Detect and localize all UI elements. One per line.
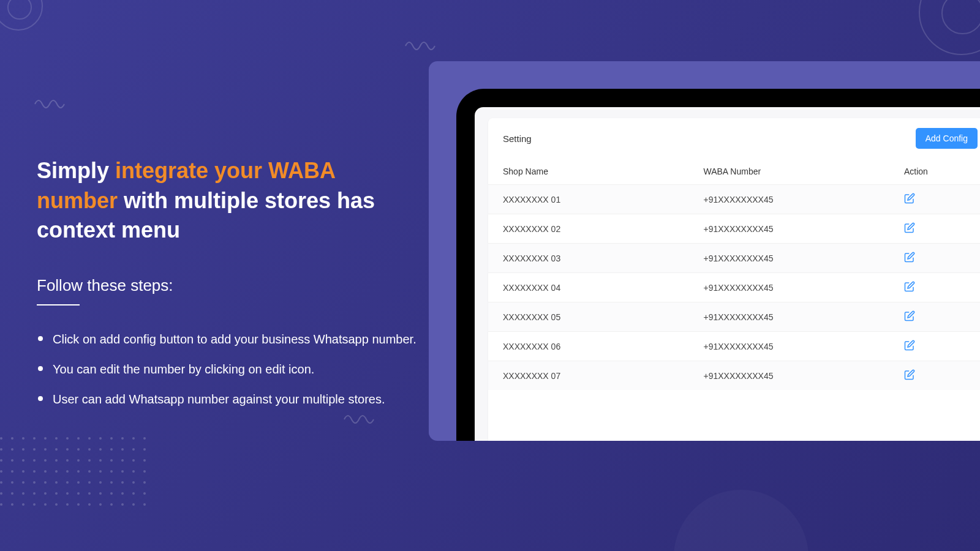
col-action: Action xyxy=(904,167,978,176)
cell-waba-number: +91XXXXXXXX45 xyxy=(704,283,905,293)
cell-shop-name: XXXXXXXX 03 xyxy=(503,253,704,263)
cell-action xyxy=(904,369,978,382)
edit-icon[interactable] xyxy=(904,281,915,292)
table-row: XXXXXXXX 05+91XXXXXXXX45 xyxy=(488,302,980,331)
cell-waba-number: +91XXXXXXXX45 xyxy=(704,253,905,263)
decoration-dots-grid xyxy=(0,437,148,508)
step-item: User can add Whatsapp number against you… xyxy=(37,390,417,409)
edit-icon[interactable] xyxy=(904,222,915,233)
table-row: XXXXXXXX 03+91XXXXXXXX45 xyxy=(488,243,980,272)
cell-action xyxy=(904,310,978,323)
col-waba-number: WABA Number xyxy=(704,167,905,176)
marketing-copy: Simply integrate your WABA number with m… xyxy=(37,156,417,420)
cell-waba-number: +91XXXXXXXX45 xyxy=(704,195,905,204)
cell-shop-name: XXXXXXXX 05 xyxy=(503,312,704,322)
headline: Simply integrate your WABA number with m… xyxy=(37,156,417,246)
cell-shop-name: XXXXXXXX 01 xyxy=(503,195,704,204)
cell-action xyxy=(904,193,978,206)
cell-shop-name: XXXXXXXX 02 xyxy=(503,224,704,234)
steps-heading: Follow these steps: xyxy=(37,276,417,295)
device-mockup: Setting Add Config Shop Name WABA Number… xyxy=(429,61,980,441)
cell-waba-number: +91XXXXXXXX45 xyxy=(704,224,905,234)
table-row: XXXXXXXX 02+91XXXXXXXX45 xyxy=(488,214,980,243)
cell-shop-name: XXXXXXXX 04 xyxy=(503,283,704,293)
step-item: Click on add config button to add your b… xyxy=(37,330,417,349)
panel-title: Setting xyxy=(503,133,532,144)
table-row: XXXXXXXX 07+91XXXXXXXX45 xyxy=(488,361,980,390)
decoration-squiggle xyxy=(34,92,70,119)
cell-shop-name: XXXXXXXX 06 xyxy=(503,342,704,351)
edit-icon[interactable] xyxy=(904,252,915,263)
steps-list: Click on add config button to add your b… xyxy=(37,330,417,409)
cell-action xyxy=(904,340,978,353)
decoration-squiggle xyxy=(404,34,441,61)
edit-icon[interactable] xyxy=(904,310,915,321)
table-header-row: Shop Name WABA Number Action xyxy=(488,159,980,184)
cell-waba-number: +91XXXXXXXX45 xyxy=(704,371,905,381)
table-row: XXXXXXXX 01+91XXXXXXXX45 xyxy=(488,184,980,214)
edit-icon[interactable] xyxy=(904,193,915,204)
step-item: You can edit the number by clicking on e… xyxy=(37,360,417,379)
settings-panel: Setting Add Config Shop Name WABA Number… xyxy=(488,118,980,441)
decoration-circle xyxy=(919,0,980,55)
cell-waba-number: +91XXXXXXXX45 xyxy=(704,312,905,322)
add-config-button[interactable]: Add Config xyxy=(916,128,978,149)
decoration-circle xyxy=(674,490,809,551)
headline-prefix: Simply xyxy=(37,158,115,183)
cell-waba-number: +91XXXXXXXX45 xyxy=(704,342,905,351)
edit-icon[interactable] xyxy=(904,369,915,380)
edit-icon[interactable] xyxy=(904,340,915,351)
table-row: XXXXXXXX 04+91XXXXXXXX45 xyxy=(488,272,980,302)
col-shop-name: Shop Name xyxy=(503,167,704,176)
table-row: XXXXXXXX 06+91XXXXXXXX45 xyxy=(488,331,980,361)
underline-accent xyxy=(37,304,80,305)
decoration-circle xyxy=(0,0,43,31)
device-screen: Setting Add Config Shop Name WABA Number… xyxy=(475,107,980,441)
cell-action xyxy=(904,222,978,235)
cell-action xyxy=(904,252,978,264)
cell-shop-name: XXXXXXXX 07 xyxy=(503,371,704,381)
device-frame: Setting Add Config Shop Name WABA Number… xyxy=(456,89,980,441)
panel-header: Setting Add Config xyxy=(488,118,980,159)
cell-action xyxy=(904,281,978,294)
